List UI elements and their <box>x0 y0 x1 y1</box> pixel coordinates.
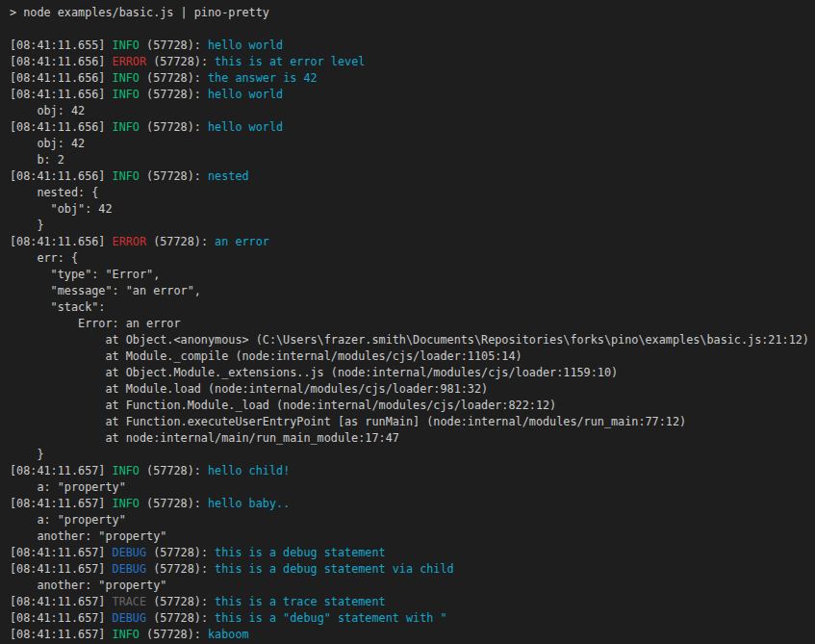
terminal-text: at Function.executeUserEntryPoint [as ru… <box>10 415 686 428</box>
terminal-text: (57728): <box>140 71 208 85</box>
terminal-text: [08:41:11.656] <box>10 235 113 248</box>
terminal-line: b: 2 <box>10 152 815 168</box>
terminal-line: at node:internal/main/run_main_module:17… <box>10 430 815 447</box>
terminal-text: (57728): <box>146 562 215 576</box>
log-message: hello world <box>208 39 283 52</box>
log-level-info: INFO <box>113 464 140 477</box>
terminal-text: (57728): <box>140 120 208 134</box>
log-message: the answer is 42 <box>208 71 318 85</box>
log-message: this is a trace statement <box>215 595 386 608</box>
terminal-line: [08:41:11.656] ERROR (57728): this is at… <box>10 54 815 70</box>
log-message: hello world <box>208 120 283 134</box>
terminal-text: a: "property" <box>10 480 126 494</box>
terminal-text: (57728): <box>146 55 215 68</box>
terminal-line: "stack": <box>10 299 815 316</box>
terminal-text: (57728): <box>146 611 215 625</box>
terminal-text: err: { <box>10 251 78 265</box>
terminal-line: at Module.load (node:internal/modules/cj… <box>10 381 815 398</box>
terminal-line <box>10 21 815 38</box>
terminal-text: (57728): <box>140 88 208 101</box>
terminal-text: [08:41:11.656] <box>10 55 113 68</box>
terminal-line: "type": "Error", <box>10 267 815 283</box>
terminal-text: [08:41:11.655] <box>10 39 113 52</box>
terminal-line: "message": "an error", <box>10 283 815 299</box>
terminal-text: at node:internal/main/run_main_module:17… <box>10 431 399 445</box>
log-level-info: INFO <box>113 120 140 134</box>
terminal-line: at Function.executeUserEntryPoint [as ru… <box>10 414 815 430</box>
log-message: hello world <box>208 88 283 101</box>
terminal-text: obj: 42 <box>10 104 85 117</box>
terminal-line: at Module._compile (node:internal/module… <box>10 348 815 365</box>
log-level-debug: DEBUG <box>113 546 147 559</box>
terminal-text: (57728): <box>140 497 208 510</box>
terminal-text: at Object.<anonymous> (C:\Users\frazer.s… <box>10 333 809 347</box>
terminal-line: Error: an error <box>10 316 815 332</box>
terminal-line: [08:41:11.657] INFO (57728): hello child… <box>10 463 815 479</box>
terminal-text: (57728): <box>146 546 215 559</box>
log-message: this is a "debug" statement with " <box>215 611 446 625</box>
terminal-text: Error: an error <box>10 317 181 330</box>
log-level-info: INFO <box>113 71 140 85</box>
terminal-text: [08:41:11.657] <box>10 595 113 608</box>
terminal-text: [08:41:11.656] <box>10 120 113 134</box>
log-message: nested <box>208 169 249 183</box>
terminal-text: at Function.Module._load (node:internal/… <box>10 399 556 412</box>
terminal-text: [08:41:11.656] <box>10 88 113 101</box>
terminal-text: [08:41:11.656] <box>10 71 113 85</box>
terminal-line: at Object.<anonymous> (C:\Users\frazer.s… <box>10 332 815 348</box>
terminal-text: "message": "an error", <box>10 284 201 297</box>
terminal-output: > node examples/basic.js | pino-pretty [… <box>10 5 815 643</box>
terminal-text: (57728): <box>146 235 215 248</box>
terminal-text: (57728): <box>140 169 208 183</box>
terminal-line: err: { <box>10 250 815 267</box>
log-level-debug: DEBUG <box>113 562 147 576</box>
terminal-line: [08:41:11.657] DEBUG (57728): this is a … <box>10 545 815 561</box>
terminal-line: a: "property" <box>10 479 815 496</box>
terminal-line: [08:41:11.656] INFO (57728): nested <box>10 168 815 185</box>
terminal-line: [08:41:11.657] INFO (57728): kaboom <box>10 627 815 643</box>
log-message: an error <box>215 235 269 248</box>
log-message: this is at error level <box>215 55 365 68</box>
terminal-text: "type": "Error", <box>10 268 160 281</box>
terminal-text: [08:41:11.657] <box>10 562 113 576</box>
terminal-text: nested: { <box>10 186 98 199</box>
terminal-line: } <box>10 218 815 234</box>
terminal-line: [08:41:11.656] INFO (57728): hello world <box>10 119 815 136</box>
terminal-text: (57728): <box>140 464 208 477</box>
terminal-text: at Module._compile (node:internal/module… <box>10 349 522 363</box>
log-level-debug: DEBUG <box>113 611 147 625</box>
terminal-text: another: "property" <box>10 579 166 592</box>
terminal-line: [08:41:11.656] INFO (57728): hello world <box>10 87 815 103</box>
terminal-line: [08:41:11.656] INFO (57728): the answer … <box>10 70 815 87</box>
log-level-info: INFO <box>113 169 140 183</box>
terminal-text: "stack": <box>10 300 105 314</box>
terminal-text: another: "property" <box>10 529 166 543</box>
log-level-error: ERROR <box>113 235 147 248</box>
terminal-line: at Function.Module._load (node:internal/… <box>10 398 815 414</box>
terminal-line: [08:41:11.657] TRACE (57728): this is a … <box>10 594 815 610</box>
terminal-line: [08:41:11.657] DEBUG (57728): this is a … <box>10 561 815 578</box>
terminal-line: } <box>10 447 815 463</box>
log-level-info: INFO <box>113 88 140 101</box>
terminal-text: [08:41:11.657] <box>10 464 113 477</box>
terminal-line: [08:41:11.656] ERROR (57728): an error <box>10 234 815 250</box>
terminal-text: [08:41:11.657] <box>10 611 113 625</box>
terminal-line: a: "property" <box>10 512 815 528</box>
terminal-text: > node examples/basic.js | pino-pretty <box>10 6 269 19</box>
terminal-line: at Object.Module._extensions..js (node:i… <box>10 365 815 381</box>
log-level-info: INFO <box>113 628 140 641</box>
log-message: kaboom <box>208 628 249 641</box>
terminal-text: at Object.Module._extensions..js (node:i… <box>10 366 618 379</box>
terminal-text: } <box>10 219 44 232</box>
terminal-text: [08:41:11.657] <box>10 497 113 510</box>
terminal-text: at Module.load (node:internal/modules/cj… <box>10 382 488 396</box>
terminal-line: nested: { <box>10 185 815 201</box>
terminal-text: "obj": 42 <box>10 202 113 216</box>
terminal-text: [08:41:11.656] <box>10 169 113 183</box>
terminal-text: [08:41:11.657] <box>10 628 113 641</box>
terminal-text: b: 2 <box>10 153 64 167</box>
log-message: hello baby.. <box>208 497 290 510</box>
log-message: hello child! <box>208 464 290 477</box>
terminal[interactable]: > node examples/basic.js | pino-pretty [… <box>0 0 815 644</box>
terminal-text: a: "property" <box>10 513 126 527</box>
